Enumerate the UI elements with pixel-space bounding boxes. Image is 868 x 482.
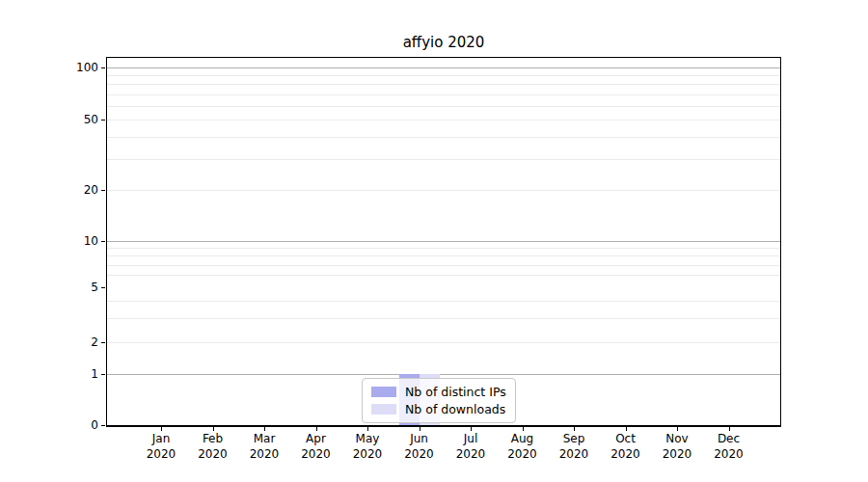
x-tick-label: Nov2020 — [651, 432, 703, 462]
x-tick-label: Jul2020 — [445, 432, 497, 462]
x-tick-month: Jan — [135, 432, 187, 447]
x-tick-mark — [420, 427, 420, 431]
x-tick-year: 2020 — [703, 447, 755, 463]
x-tick-label: Mar2020 — [238, 432, 290, 462]
x-tick-year: 2020 — [135, 447, 187, 463]
gridline-minor — [107, 94, 780, 95]
x-tick-mark — [161, 427, 162, 431]
y-tick-mark — [101, 190, 105, 191]
y-tick-mark — [101, 287, 105, 288]
y-tick-mark — [101, 241, 105, 242]
gridline-major — [107, 374, 780, 375]
x-tick-label: May2020 — [341, 432, 393, 462]
x-tick-month: Nov — [651, 432, 703, 447]
y-tick-label: 5 — [56, 279, 98, 296]
x-tick-month: Dec — [703, 432, 755, 447]
legend-item: Nb of distinct IPs — [371, 385, 506, 399]
x-tick-year: 2020 — [238, 447, 290, 463]
x-tick-mark — [367, 427, 368, 431]
legend-swatch — [371, 404, 396, 415]
legend-label: Nb of downloads — [405, 402, 505, 416]
y-tick-label: 1 — [56, 365, 98, 383]
x-tick-year: 2020 — [548, 447, 600, 463]
x-tick-month: Jun — [393, 432, 446, 447]
x-tick-mark — [471, 427, 472, 431]
gridline-minor — [107, 275, 780, 276]
x-tick-mark — [523, 427, 524, 431]
gridline-minor — [107, 106, 780, 107]
x-tick-year: 2020 — [393, 447, 446, 463]
x-tick-mark — [677, 427, 678, 431]
y-tick-label: 2 — [56, 334, 98, 351]
legend-label: Nb of distinct IPs — [405, 385, 506, 399]
y-tick-label: 20 — [56, 181, 98, 199]
x-tick-year: 2020 — [341, 447, 393, 463]
legend-item: Nb of downloads — [371, 402, 506, 416]
x-tick-year: 2020 — [187, 447, 239, 463]
x-tick-month: Jul — [445, 432, 497, 447]
x-tick-year: 2020 — [290, 447, 342, 463]
gridline-minor — [107, 265, 780, 266]
y-tick-mark — [101, 374, 105, 375]
x-tick-mark — [316, 427, 317, 431]
x-tick-label: Oct2020 — [600, 432, 652, 462]
plot-area: Nb of distinct IPsNb of downloads — [106, 57, 781, 427]
y-tick-label: 100 — [56, 59, 98, 76]
x-tick-label: Apr2020 — [290, 432, 342, 462]
x-tick-year: 2020 — [445, 447, 497, 463]
legend: Nb of distinct IPsNb of downloads — [362, 378, 516, 423]
x-tick-mark — [729, 427, 730, 431]
y-tick-label: 50 — [56, 111, 98, 128]
y-tick-label: 10 — [56, 232, 98, 250]
y-tick-mark — [101, 67, 105, 68]
gridline-minor — [107, 120, 780, 120]
gridline-minor — [107, 301, 780, 302]
x-tick-label: Jan2020 — [135, 432, 187, 462]
x-tick-mark — [574, 427, 575, 431]
x-tick-month: Apr — [290, 432, 342, 447]
y-tick-label: 0 — [56, 416, 98, 434]
y-tick-mark — [101, 425, 105, 426]
gridline-minor — [107, 190, 780, 191]
gridline-minor — [107, 248, 780, 249]
chart-title: affyio 2020 — [106, 34, 781, 51]
x-tick-mark — [213, 427, 214, 431]
x-tick-mark — [264, 427, 265, 431]
y-tick-mark — [101, 342, 105, 343]
x-tick-label: Aug2020 — [497, 432, 549, 462]
gridline-minor — [107, 137, 780, 138]
x-tick-month: May — [341, 432, 393, 447]
gridline-minor — [107, 159, 780, 160]
x-tick-month: Feb — [187, 432, 239, 447]
x-tick-label: Jun2020 — [393, 432, 446, 462]
x-tick-month: Aug — [497, 432, 549, 447]
gridline-minor — [107, 255, 780, 256]
x-tick-year: 2020 — [651, 447, 703, 463]
x-tick-month: Sep — [548, 432, 600, 447]
gridline-minor — [107, 318, 780, 319]
chart-page: affyio 2020 Nb of distinct IPsNb of down… — [0, 0, 868, 482]
x-tick-label: Feb2020 — [187, 432, 239, 462]
x-tick-label: Sep2020 — [548, 432, 600, 462]
x-tick-month: Mar — [238, 432, 290, 447]
legend-swatch — [371, 387, 396, 397]
x-tick-label: Dec2020 — [703, 432, 755, 462]
x-tick-year: 2020 — [497, 447, 549, 463]
x-tick-mark — [626, 427, 627, 431]
x-tick-year: 2020 — [600, 447, 652, 463]
gridline-major — [107, 241, 780, 242]
y-tick-mark — [101, 120, 105, 120]
x-tick-month: Oct — [600, 432, 652, 447]
gridline-minor — [107, 84, 780, 85]
gridline-minor — [107, 75, 780, 76]
gridline-major — [107, 67, 780, 68]
gridline-minor — [107, 342, 780, 343]
